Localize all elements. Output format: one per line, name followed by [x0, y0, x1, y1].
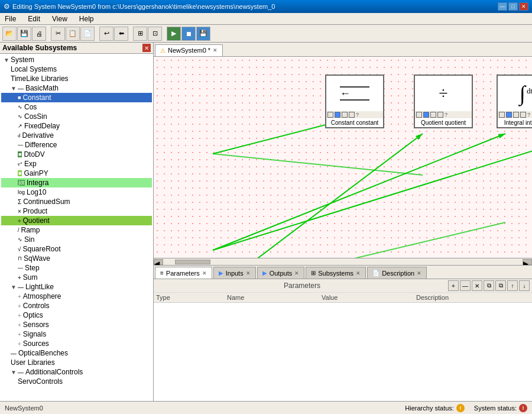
block-quot-help[interactable]: ? — [445, 112, 447, 118]
tree-additionalcontrols[interactable]: ▼ — AdditionalControls — [1, 367, 152, 377]
tab-description[interactable]: 📄 Description ✕ — [367, 267, 427, 279]
zoom-btn[interactable]: ⊡ — [148, 27, 162, 41]
block-const-btn4[interactable] — [349, 112, 355, 118]
menu-file[interactable]: File — [2, 15, 18, 23]
block-constant[interactable]: ← ? Constant constant — [325, 75, 384, 128]
block-const-btn2[interactable] — [335, 112, 340, 118]
block-int2-btn1[interactable] — [499, 112, 505, 118]
scroll-left-btn[interactable]: ◀ — [154, 259, 163, 265]
tree-gainpy[interactable]: ■ GainPY — [1, 169, 152, 178]
block-integral2[interactable]: ∫ dt ? Integral integral2 — [497, 75, 532, 128]
toggle-basicmath[interactable]: ▼ — [11, 85, 17, 92]
tree-userlibraries[interactable]: User Libraries — [1, 358, 152, 367]
cut-btn[interactable]: ✂ — [51, 27, 65, 41]
tree-log10[interactable]: log Log10 — [1, 187, 152, 197]
block-quot-btn4[interactable] — [437, 112, 443, 118]
tree-constant[interactable]: ■ Constant — [1, 93, 152, 102]
canvas-h-scrollbar[interactable]: ◀ ▶ — [154, 258, 532, 265]
tree-basicmath[interactable]: ▼ — BasicMath — [1, 83, 152, 93]
tree-fixeddelay[interactable]: ↗ FixedDelay — [1, 121, 152, 131]
print-btn[interactable]: 🖨 — [32, 27, 46, 41]
subsystems-tree[interactable]: ▼ System Local Systems TimeLike Librarie… — [0, 54, 153, 401]
block-quot-btn1[interactable] — [416, 112, 422, 118]
tree-cos[interactable]: ∿ Cos — [1, 102, 152, 112]
tab-parameters[interactable]: ≡ Parameters ✕ — [155, 267, 212, 279]
block-int2-btn4[interactable] — [520, 112, 526, 118]
block-quotient[interactable]: ÷ ? Quotient quotient — [414, 75, 473, 128]
tree-opticalbenches[interactable]: — OpticalBenches — [1, 348, 152, 358]
toggle-additionalcontrols[interactable]: ▼ — [11, 369, 17, 376]
menu-edit[interactable]: Edit — [25, 15, 43, 23]
scroll-right-btn[interactable]: ▶ — [523, 259, 532, 265]
tab-outputs[interactable]: ▶ Outputs ✕ — [257, 267, 305, 279]
tree-optics[interactable]: + Optics — [1, 310, 152, 320]
params-up-btn[interactable]: ↑ — [507, 280, 518, 291]
tree-timelike-libs[interactable]: TimeLike Libraries — [1, 74, 152, 83]
tree-sum[interactable]: + Sum — [1, 273, 152, 282]
toggle-lightlike[interactable]: ▼ — [11, 284, 17, 290]
tree-sources[interactable]: + Sources — [1, 339, 152, 348]
params-tab-close[interactable]: ✕ — [202, 270, 207, 276]
block-const-btn3[interactable] — [342, 112, 348, 118]
h-scroll-thumb[interactable] — [175, 260, 210, 264]
tree-quotient[interactable]: ÷ Quotient — [1, 216, 152, 225]
fit-btn[interactable]: ⊞ — [133, 27, 147, 41]
minimize-button[interactable]: — — [498, 2, 507, 11]
export-btn[interactable]: 💾 — [196, 27, 210, 41]
block-int2-btn3[interactable] — [513, 112, 519, 118]
tree-dtodv[interactable]: ■ DtoDV — [1, 150, 152, 159]
tree-squareroot[interactable]: √ SquareRoot — [1, 244, 152, 254]
tree-step[interactable]: — Step — [1, 263, 152, 273]
canvas-area[interactable]: ← ? Constant constant ÷ — [154, 57, 532, 258]
tab-inputs[interactable]: ▶ Inputs ✕ — [213, 267, 256, 279]
maximize-button[interactable]: □ — [508, 2, 518, 11]
stop-btn[interactable]: ⏹ — [181, 27, 196, 41]
tree-lightlike[interactable]: ▼ — LightLike — [1, 282, 152, 292]
tree-sensors[interactable]: + Sensors — [1, 320, 152, 329]
run-btn[interactable]: ▶ — [167, 27, 181, 41]
params-down-btn[interactable]: ↓ — [519, 280, 530, 291]
tab-subsystems[interactable]: ⊞ Subsystems ✕ — [306, 267, 366, 279]
block-const-help[interactable]: ? — [356, 112, 359, 118]
params-delete-btn[interactable]: ✕ — [472, 280, 482, 291]
canvas-tab-newsystem0[interactable]: ⚠ NewSystem0 * ✕ — [155, 44, 223, 56]
params-copy-btn[interactable]: ⧉ — [484, 280, 494, 291]
save-btn[interactable]: 💾 — [17, 27, 31, 41]
subsystems-tab-close[interactable]: ✕ — [356, 270, 361, 276]
menu-help[interactable]: Help — [77, 15, 96, 23]
tree-difference[interactable]: — Difference — [1, 140, 152, 150]
tree-integra[interactable]: ∫dt Integra — [1, 178, 152, 187]
toggle-system[interactable]: ▼ — [4, 57, 9, 63]
block-int2-help[interactable]: ? — [527, 112, 530, 118]
close-button[interactable]: ✕ — [519, 2, 528, 11]
canvas-tab-close[interactable]: ✕ — [213, 47, 218, 53]
tree-exp[interactable]: eˣ Exp — [1, 159, 152, 169]
tree-signals[interactable]: + Signals — [1, 329, 152, 339]
menu-view[interactable]: View — [50, 15, 70, 23]
params-paste-btn[interactable]: ⧉ — [495, 280, 506, 291]
redo-btn[interactable]: ⬅ — [114, 27, 128, 41]
tree-system[interactable]: ▼ System — [1, 55, 152, 64]
subsystems-panel-close[interactable]: ✕ — [142, 44, 151, 52]
tree-sqwave[interactable]: ⊓ SqWave — [1, 254, 152, 263]
tree-continuedsum[interactable]: Σ ContinuedSum — [1, 197, 152, 206]
block-int2-btn2[interactable] — [506, 112, 512, 118]
tree-local-systems[interactable]: Local Systems — [1, 64, 152, 74]
inputs-tab-close[interactable]: ✕ — [246, 270, 251, 276]
tree-cossin[interactable]: ∿ CosSin — [1, 112, 152, 121]
tree-ramp[interactable]: / Ramp — [1, 225, 152, 235]
params-remove-btn[interactable]: — — [460, 280, 471, 291]
tree-servocontrols[interactable]: ServoControls — [1, 377, 152, 386]
block-quot-btn2[interactable] — [423, 112, 429, 118]
tree-atmosphere[interactable]: + Atmosphere — [1, 292, 152, 301]
description-tab-close[interactable]: ✕ — [417, 270, 421, 276]
tree-product[interactable]: × Product — [1, 206, 152, 216]
undo-btn[interactable]: ↩ — [99, 27, 113, 41]
tree-sin[interactable]: ∿ Sin — [1, 235, 152, 244]
block-quot-btn3[interactable] — [430, 112, 436, 118]
block-const-btn1[interactable] — [327, 112, 333, 118]
tree-controls[interactable]: + Controls — [1, 301, 152, 310]
outputs-tab-close[interactable]: ✕ — [294, 270, 299, 276]
open-btn[interactable]: 📂 — [2, 27, 17, 41]
paste-btn[interactable]: 📄 — [80, 27, 95, 41]
